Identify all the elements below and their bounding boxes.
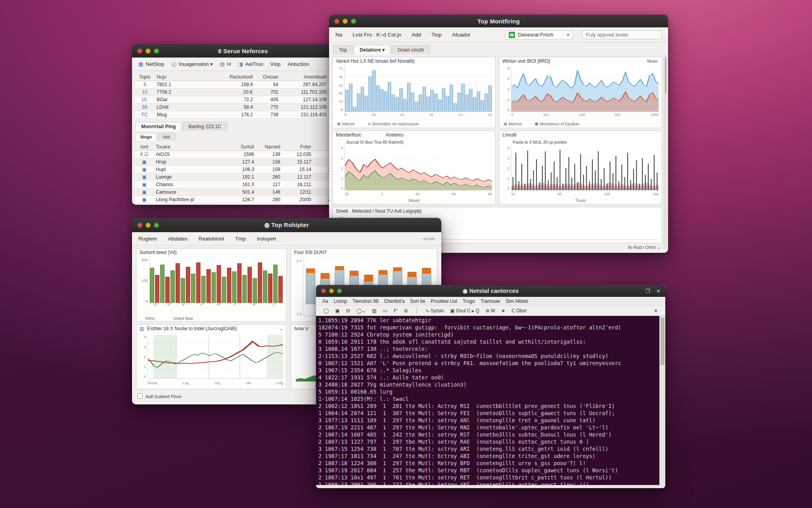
table-row[interactable]: 9 ☑AtO2S159613912.035100.711 <box>135 151 352 158</box>
maximize-icon[interactable] <box>154 223 159 228</box>
minimize-icon[interactable] <box>146 48 151 54</box>
menu-item[interactable]: Tramoow <box>481 298 500 304</box>
toolbar-button[interactable]: ◨AelTroo <box>238 61 263 67</box>
axis-tick: 4 <box>341 146 343 150</box>
menu-item[interactable]: Afuadol <box>452 32 470 38</box>
toolbar-icon[interactable]: F′ <box>393 308 399 314</box>
menu-item[interactable]: Tiop <box>431 32 442 38</box>
menu-item[interactable]: Abdates <box>168 236 188 242</box>
menu-item[interactable]: Iroloyeh <box>257 236 276 242</box>
toolbar-button[interactable]: Antuction <box>287 61 309 67</box>
close-filter-icon[interactable]: ✕ <box>653 308 659 314</box>
tab-barling[interactable]: Barling 223.1C <box>183 122 228 131</box>
toolbar-icon[interactable]: ◯ <box>322 308 330 314</box>
table-row[interactable]: FCMlug176.2739232.116.403821 <box>135 111 352 119</box>
maximize-icon[interactable] <box>351 19 356 24</box>
tab-grael[interactable]: Grael cincth <box>391 45 430 54</box>
toolbar-icon[interactable]: ∿ Sytoio <box>424 308 445 314</box>
window-controls <box>132 223 159 228</box>
close-icon[interactable] <box>321 289 326 293</box>
table-row[interactable]: 107708.220.K702111.701.100061 <box>135 89 352 96</box>
tab-top[interactable]: Top <box>333 45 353 54</box>
toolbar-icon[interactable]: ⊛ M <box>485 308 496 314</box>
menu-item[interactable]: Ruglem <box>138 236 157 242</box>
menu-item[interactable]: Add <box>412 32 421 38</box>
toolbar-icon[interactable]: ▥ <box>371 308 377 314</box>
menu-item[interactable]: Na <box>335 32 342 38</box>
maximize-icon[interactable] <box>154 48 159 54</box>
titlebar-resources[interactable]: 8 Serue Neforces <box>132 44 354 58</box>
titlebar-monitoring[interactable]: Top Montfiring <box>329 15 668 27</box>
table-row[interactable]: ▣Hupl106.315915.141723.223 <box>135 166 352 173</box>
toolbar-icon[interactable]: ≣ <box>403 308 409 314</box>
table-row[interactable]: ▣Hrop127.415815.1171001.AI <box>135 158 352 166</box>
titlebar-terminal[interactable]: ◉ Netstal cantorces ❐ ✕ <box>316 285 665 297</box>
toolbar-icon[interactable]: ▣ Ovul C ▸ Q <box>449 308 480 314</box>
scrollbar-thumb[interactable] <box>665 58 666 93</box>
maximize-icon[interactable] <box>337 289 342 293</box>
table-cell: 7708.2 <box>154 89 214 96</box>
menu-item[interactable]: Tienotion 98 <box>352 298 379 304</box>
table-cell: 297.84.207 <box>281 81 329 88</box>
menu-item[interactable]: Aa <box>322 298 328 304</box>
menu-item[interactable]: Loonp <box>334 298 347 304</box>
profile-dropdown[interactable]: W Denesral Frrich ▾ <box>505 30 573 40</box>
titlebar-rohipter[interactable]: ◍ Top Rohipter <box>132 218 441 232</box>
axis-tick: 1 <box>381 192 383 196</box>
toolbar-button[interactable]: ◱Inuageroston ▾ <box>171 61 213 67</box>
menu-item[interactable]: Lvst Fro : K~d Col.jn <box>352 32 401 38</box>
terminal-body[interactable]: 1.1055:19 2894 77K ler sabtatehtgir18207… <box>316 316 660 486</box>
subtab-hol[interactable]: Hol <box>158 133 175 140</box>
scrollbar[interactable] <box>664 55 667 249</box>
menu-item[interactable]: Sim Albleb <box>506 298 529 304</box>
checkbox-row[interactable]: Aall Suildnd Plore <box>138 393 182 399</box>
toolbar-icon[interactable]: ⊟ <box>345 308 351 314</box>
subtab-nogn[interactable]: Nogn <box>135 133 157 140</box>
rohipter-menubar: RuglemAbdatesRealohinnlTmpIroloyeh ou lu… <box>132 232 441 246</box>
toolbar-icon[interactable]: ➤ <box>500 308 506 314</box>
search-input[interactable] <box>582 30 662 39</box>
restore-icon[interactable]: ❐ <box>645 288 650 294</box>
toolbar-icon[interactable]: Ⅽ Obor <box>510 308 528 314</box>
table-row[interactable]: 55LDnlil58.4770121.112.105091 <box>135 104 352 111</box>
rohipter-menu-items: RuglemAbdatesRealohinnlTmpIroloyeh <box>138 236 276 242</box>
toolbar-button[interactable]: ▤H <box>220 61 231 67</box>
table-cell: 139 <box>257 151 283 158</box>
axis-tick: 0onue <box>147 381 157 385</box>
table-cell: 702 <box>255 89 281 96</box>
menu-item[interactable]: Sort tle <box>410 298 425 304</box>
toolbar-icon[interactable]: ⋮ <box>413 308 420 314</box>
terminal-scrollbar[interactable] <box>659 316 665 485</box>
table-row[interactable]: ▣Llong Pacfinbre jd126.728020/002327.841 <box>135 196 352 204</box>
toolbar-icon[interactable]: ◯⌄ <box>355 308 367 314</box>
menu-item[interactable]: Realohinnl <box>199 236 224 242</box>
toolbar-button[interactable]: ▦NetStop <box>138 61 164 67</box>
toolbar-icon[interactable]: ▭ <box>382 308 389 314</box>
menu-item[interactable]: Tmp <box>235 236 246 242</box>
table-row[interactable]: ▣Chianos161.011716.211104.145 <box>135 181 352 189</box>
close-icon[interactable] <box>137 223 142 228</box>
status-footer[interactable]: 9o Rad I Orfch ⌄ <box>628 245 661 250</box>
close-icon[interactable] <box>334 19 339 24</box>
table-row[interactable]: 15.BOar72.2405127.14.109091 <box>135 96 352 104</box>
terminal-line: 5 1059:11 00168.65 lurg <box>318 388 660 395</box>
minimize-icon[interactable] <box>343 19 348 24</box>
table-row[interactable]: ▣Camouce501.414612/11106.280 <box>135 189 352 196</box>
toolbar-icon[interactable]: ▣ <box>334 308 341 314</box>
table-row[interactable]: 97802.1158.654297.84.207311 <box>135 81 352 89</box>
minimize-icon[interactable] <box>329 289 334 293</box>
minimize-icon[interactable] <box>146 223 151 228</box>
collapse-icon[interactable]: ⌄ <box>279 326 283 331</box>
scrollbar-thumb[interactable] <box>661 318 665 365</box>
menu-item[interactable]: Prsollew Uoi <box>431 298 457 304</box>
menu-item[interactable]: Trogo <box>463 298 475 304</box>
tab-detaliore[interactable]: Detaliore ▾ <box>354 45 391 54</box>
tab-monitor-ping[interactable]: Monrirtail Ping <box>135 122 182 131</box>
close-x-icon[interactable]: ✕ <box>656 288 661 294</box>
checkbox-icon[interactable] <box>138 393 143 398</box>
table-row[interactable]: ▣Loonge192.126012.117168.224 <box>135 173 352 181</box>
close-icon[interactable] <box>137 48 142 54</box>
menu-item[interactable]: Cherttot'a <box>384 298 405 304</box>
toolbar-label: H <box>227 61 231 67</box>
toolbar-button[interactable]: Viop <box>270 61 281 67</box>
